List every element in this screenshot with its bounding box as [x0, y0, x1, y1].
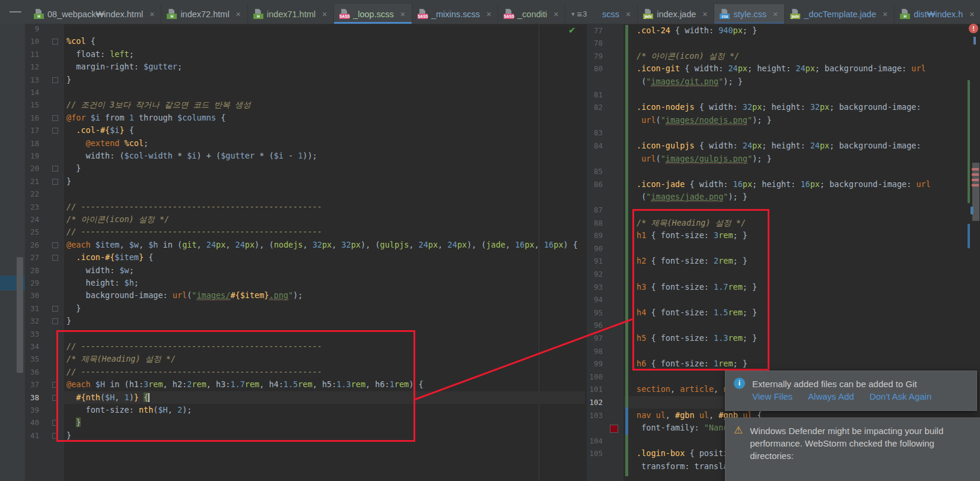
code-line[interactable]: .col-#{$i} {: [66, 124, 134, 137]
code-line[interactable]: url("images/gulpjs.png"); }: [637, 153, 772, 166]
tab-dist-index-h[interactable]: Hdist₩index.h×: [895, 4, 980, 24]
code-line[interactable]: url("images/nodejs.png"); }: [637, 114, 772, 127]
line-number: 38: [21, 393, 39, 402]
close-tab-icon[interactable]: ×: [625, 10, 632, 19]
line-number: 88: [584, 219, 603, 227]
code-line[interactable]: width: $w;: [66, 264, 134, 277]
close-tab-icon[interactable]: ×: [399, 10, 406, 19]
line-number: 32: [21, 317, 39, 325]
tab-index72-html[interactable]: Hindex72.html×: [161, 4, 247, 24]
fold-marker[interactable]: [52, 179, 58, 185]
line-number: 23: [21, 202, 39, 211]
code-line[interactable]: // -------------------------------------…: [66, 201, 322, 214]
view-files-link[interactable]: View Files: [752, 391, 793, 401]
inspection-ok-icon[interactable]: ✔: [568, 25, 576, 36]
code-line[interactable]: float: left;: [66, 48, 134, 61]
code-line[interactable]: /* 아이콘(icon) 설정 */: [637, 50, 739, 63]
css-color-preview-swatch[interactable]: [610, 425, 618, 433]
code-line[interactable]: }: [66, 74, 71, 87]
line-number: 11: [21, 50, 39, 59]
line-number: 93: [584, 283, 603, 292]
code-line[interactable]: .col-24 { width: 940px; }: [637, 24, 757, 37]
code-line[interactable]: .icon-gulpjs { width: 24px; height: 24px…: [637, 140, 921, 153]
code-line[interactable]: }: [66, 302, 81, 315]
vcs-modified-bar: [625, 407, 628, 435]
code-line[interactable]: .icon-jade { width: 16px; height: 16px; …: [637, 178, 931, 191]
info-icon: i: [734, 378, 745, 389]
line-number: 29: [21, 279, 39, 287]
line-number: 79: [584, 52, 603, 61]
fold-marker[interactable]: [52, 39, 58, 45]
code-line[interactable]: .icon-git { width: 24px; height: 24px; b…: [637, 62, 926, 75]
tab--mixins-scss[interactable]: SASS_mixins.scss×: [412, 4, 498, 24]
fold-marker[interactable]: [52, 166, 58, 172]
line-number: 16: [21, 113, 39, 122]
inspection-error-icon[interactable]: !: [969, 24, 978, 33]
line-number: 28: [21, 266, 39, 275]
line-number: 35: [21, 355, 39, 363]
code-line[interactable]: @each $item, $w, $h in (git, 24px, 24px)…: [66, 239, 578, 252]
close-tab-icon[interactable]: ×: [235, 10, 242, 19]
code-line[interactable]: height: $h;: [66, 277, 139, 290]
tab-label: index.jade: [657, 10, 696, 19]
code-line[interactable]: @extend %col;: [66, 137, 148, 150]
close-tab-icon[interactable]: ×: [968, 10, 975, 19]
tab-index71-html[interactable]: Hindex71.html×: [248, 4, 334, 24]
code-line[interactable]: }: [66, 162, 81, 175]
tab-style-css[interactable]: cssstyle.css×: [714, 4, 785, 24]
error-stripe-mark[interactable]: [971, 207, 973, 214]
close-tab-icon[interactable]: ×: [148, 10, 155, 19]
code-line[interactable]: .icon-#{$item} {: [66, 251, 153, 264]
tab-index-jade[interactable]: jadeindex.jade×: [638, 4, 714, 24]
vcs-added-bar: [625, 25, 628, 407]
code-line[interactable]: ("images/git.png"); }: [637, 75, 743, 88]
code-line[interactable]: @for $i from 1 through $columns {: [66, 112, 225, 125]
fold-marker[interactable]: [52, 306, 58, 312]
close-tab-icon[interactable]: ×: [485, 10, 492, 19]
error-stripe-modified-mark[interactable]: [968, 224, 970, 248]
code-line[interactable]: // -------------------------------------…: [66, 226, 322, 239]
line-number: 78: [584, 39, 603, 48]
code-line[interactable]: // 조건이 3보다 작거나 같으면 코드 반복 생성: [66, 99, 251, 112]
code-line[interactable]: }: [66, 315, 71, 328]
left-split-tabs: H08_webpack₩index.html×Hindex72.html×Hin…: [28, 4, 591, 24]
code-line[interactable]: }: [66, 175, 71, 188]
code-line[interactable]: /* 아이콘(icon) 설정 */: [66, 213, 169, 226]
code-line[interactable]: ("images/jade.png"); }: [637, 191, 747, 204]
line-number: 26: [21, 240, 39, 249]
close-tab-icon[interactable]: ×: [321, 10, 328, 19]
tab--loop-scss[interactable]: SASS_loop.scss×: [334, 4, 412, 24]
tab--conditi[interactable]: SASS_conditi×: [498, 4, 565, 24]
error-stripe-mark[interactable]: [973, 37, 976, 45]
close-tab-icon[interactable]: ×: [552, 10, 559, 19]
tab-label: 08_webpack₩index.html: [47, 10, 143, 19]
line-number: 10: [21, 37, 39, 46]
don-t-ask-again-link[interactable]: Don't Ask Again: [870, 391, 932, 401]
webstorm-window: H08_webpack₩index.html×Hindex72.html×Hin…: [0, 0, 980, 481]
code-line[interactable]: background-image: url("images/#{$item}.p…: [66, 289, 303, 302]
fold-marker[interactable]: [52, 77, 58, 83]
fold-marker[interactable]: [52, 115, 58, 121]
close-tab-icon[interactable]: ×: [882, 10, 889, 19]
code-line[interactable]: width: ($col-width * $i) + ($gutter * ($…: [66, 150, 317, 163]
hidden-tabs-dropdown[interactable]: ▼≡3: [565, 4, 591, 24]
error-stripe-added-mark[interactable]: [968, 80, 970, 203]
fold-marker[interactable]: [52, 255, 58, 261]
close-tab-icon[interactable]: ×: [701, 10, 708, 19]
code-line[interactable]: .icon-nodejs { width: 32px; height: 32px…: [637, 101, 921, 114]
line-number: 91: [584, 257, 603, 265]
code-line[interactable]: margin-right: $gutter;: [66, 61, 182, 74]
tab-08-webpack-index-html[interactable]: H08_webpack₩index.html×: [28, 4, 161, 24]
hide-tool-window-icon[interactable]: [9, 11, 21, 12]
close-tab-icon[interactable]: ×: [772, 10, 779, 19]
code-line[interactable]: %col {: [66, 35, 96, 48]
tab-scss[interactable]: scss×: [593, 4, 638, 24]
tab--doctemplate-jade[interactable]: jade_docTemplate.jade×: [785, 4, 895, 24]
fold-marker[interactable]: [52, 318, 58, 324]
always-add-link[interactable]: Always Add: [808, 391, 854, 401]
annotation-box-left: [56, 330, 415, 442]
fold-marker[interactable]: [52, 242, 58, 248]
tab-label: _conditi: [517, 10, 547, 19]
fold-marker[interactable]: [52, 128, 58, 134]
line-number: 27: [21, 253, 39, 262]
